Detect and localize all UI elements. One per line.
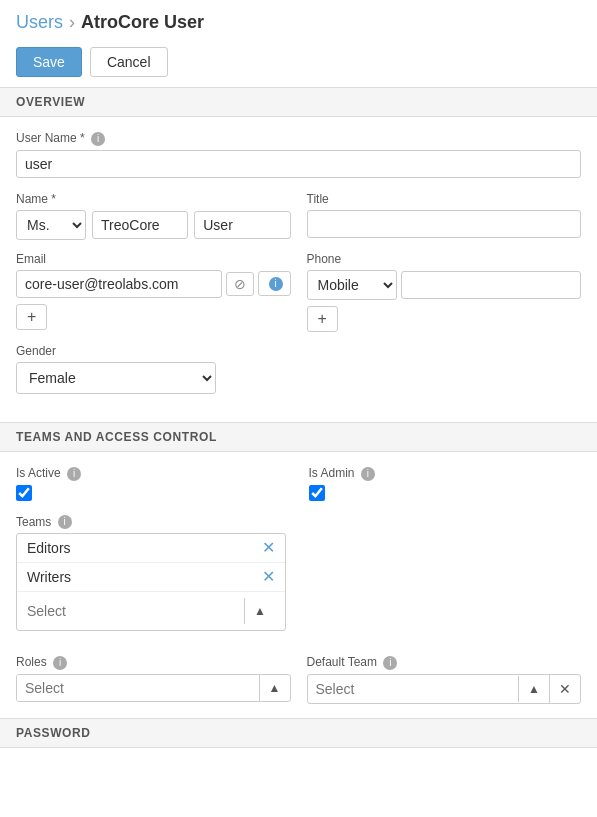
add-email-button[interactable]: +: [16, 304, 47, 330]
teams-chevron-btn[interactable]: ▲: [244, 598, 275, 624]
phone-input[interactable]: [401, 271, 582, 299]
teams-section-header: TEAMS AND ACCESS CONTROL: [0, 422, 597, 452]
default-team-col: Default Team i ▲ ✕: [307, 655, 582, 704]
name-title-row: Name * Ms. Mr. Title: [16, 192, 581, 240]
teams-info-icon[interactable]: i: [58, 515, 72, 529]
default-team-label: Default Team i: [307, 655, 582, 670]
roles-label: Roles i: [16, 655, 291, 670]
is-active-info-icon[interactable]: i: [67, 467, 81, 481]
roles-info-icon[interactable]: i: [53, 656, 67, 670]
teams-label: Teams i: [16, 515, 581, 530]
gender-label: Gender: [16, 344, 581, 358]
name-label: Name *: [16, 192, 291, 206]
roles-select-input[interactable]: [17, 675, 259, 701]
add-phone-button[interactable]: +: [307, 306, 338, 332]
is-active-checkbox[interactable]: [16, 485, 32, 501]
overview-section-header: OVERVIEW: [0, 87, 597, 117]
email-label: Email: [16, 252, 291, 266]
name-col: Name * Ms. Mr.: [16, 192, 291, 240]
default-team-clear-btn[interactable]: ✕: [549, 675, 580, 703]
email-info-icon: i: [269, 277, 283, 291]
phone-label: Phone: [307, 252, 582, 266]
team-select-row: ▲: [17, 592, 285, 630]
password-section-header: PASSWORD: [0, 718, 597, 748]
username-info-icon[interactable]: i: [91, 132, 105, 146]
roles-select-row: ▲: [16, 674, 291, 702]
active-admin-row: Is Active i Is Admin i: [16, 466, 581, 501]
default-team-chevron-btn[interactable]: ▲: [518, 676, 549, 702]
roles-default-team-row: Roles i ▲ Default Team i ▲ ✕: [16, 655, 581, 704]
cancel-button[interactable]: Cancel: [90, 47, 168, 77]
email-block-btn[interactable]: ⊘: [226, 272, 254, 296]
email-info-btn[interactable]: i: [258, 271, 291, 296]
email-col: Email ⊘ i +: [16, 252, 291, 332]
roles-chevron-btn[interactable]: ▲: [259, 675, 290, 701]
username-input[interactable]: [16, 150, 581, 178]
teams-select-input[interactable]: [27, 603, 244, 619]
team-tag-editors-remove[interactable]: ✕: [262, 540, 275, 556]
username-label: User Name * i: [16, 131, 581, 146]
action-bar: Save Cancel: [0, 41, 597, 87]
roles-col: Roles i ▲: [16, 655, 291, 704]
teams-select-input-row: ▲: [27, 598, 275, 624]
team-tag-writers: Writers ✕: [17, 563, 285, 592]
team-tag-writers-label: Writers: [27, 569, 71, 585]
overview-section-body: User Name * i Name * Ms. Mr. Title Email: [0, 117, 597, 422]
is-active-checkbox-field: [16, 485, 289, 501]
breadcrumb-current: AtroCore User: [81, 12, 204, 33]
phone-row: Mobile Home Work: [307, 270, 582, 300]
title-input[interactable]: [307, 210, 582, 238]
first-name-input[interactable]: [92, 211, 188, 239]
is-admin-label: Is Admin i: [309, 466, 582, 481]
is-admin-col: Is Admin i: [309, 466, 582, 501]
teams-box: Editors ✕ Writers ✕ ▲: [16, 533, 286, 631]
salutation-select[interactable]: Ms. Mr.: [16, 210, 86, 240]
breadcrumb-parent[interactable]: Users: [16, 12, 63, 33]
phone-type-select[interactable]: Mobile Home Work: [307, 270, 397, 300]
gender-field-group: Gender Female Male Other: [16, 344, 581, 394]
is-active-col: Is Active i: [16, 466, 289, 501]
email-phone-row: Email ⊘ i + Phone Mobile Home Work +: [16, 252, 581, 332]
default-team-select-input[interactable]: [308, 676, 519, 702]
team-tag-editors: Editors ✕: [17, 534, 285, 563]
phone-col: Phone Mobile Home Work +: [307, 252, 582, 332]
breadcrumb-separator: ›: [69, 12, 75, 33]
save-button[interactable]: Save: [16, 47, 82, 77]
is-active-label: Is Active i: [16, 466, 289, 481]
is-admin-checkbox-field: [309, 485, 582, 501]
is-admin-checkbox[interactable]: [309, 485, 325, 501]
team-tag-writers-remove[interactable]: ✕: [262, 569, 275, 585]
username-field-group: User Name * i: [16, 131, 581, 178]
teams-section-body: Is Active i Is Admin i Teams i Editors: [0, 452, 597, 718]
breadcrumb: Users › AtroCore User: [0, 0, 597, 41]
name-inputs: Ms. Mr.: [16, 210, 291, 240]
default-team-select-row: ▲ ✕: [307, 674, 582, 704]
title-col: Title: [307, 192, 582, 240]
teams-field-group: Teams i Editors ✕ Writers ✕ ▲: [16, 515, 581, 632]
email-input[interactable]: [16, 270, 222, 298]
default-team-info-icon[interactable]: i: [383, 656, 397, 670]
title-label: Title: [307, 192, 582, 206]
email-row: ⊘ i: [16, 270, 291, 298]
last-name-input[interactable]: [194, 211, 290, 239]
gender-select[interactable]: Female Male Other: [16, 362, 216, 394]
team-tag-editors-label: Editors: [27, 540, 71, 556]
is-admin-info-icon[interactable]: i: [361, 467, 375, 481]
